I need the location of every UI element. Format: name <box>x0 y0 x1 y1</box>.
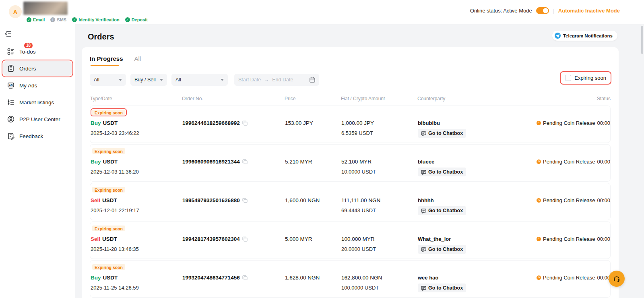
fiat-amount: 100.000 MYR <box>341 234 418 243</box>
online-status-toggle[interactable] <box>536 7 549 14</box>
sms-verification-label: SMS <box>57 17 66 22</box>
order-status: Pending Coin Release <box>543 275 595 281</box>
go-to-chatbox-button[interactable]: Go to Chatbox <box>418 129 466 138</box>
order-row[interactable]: Expiring soon Buy USDT 2025-12-03 11:36:… <box>90 144 611 182</box>
sidebar-item-label: My Ads <box>19 83 37 89</box>
scrollbar[interactable] <box>641 26 643 54</box>
automatic-inactive-mode-link[interactable]: Automatic Inactive Mode <box>558 8 620 14</box>
asset-filter-value: All <box>94 77 99 83</box>
sidebar-item-feedback[interactable]: Feedback <box>3 129 72 143</box>
tab-in-progress[interactable]: In Progress <box>90 55 123 66</box>
sidebar-item-label: Orders <box>19 66 36 72</box>
my-ads-icon: AD <box>7 82 14 89</box>
sidebar-item-my-ads[interactable]: AD My Ads <box>3 78 72 93</box>
column-header-order-no: Order No. <box>182 96 285 101</box>
sidebar-item-market-listings[interactable]: Market listings <box>3 95 72 110</box>
online-status-label: Online status: Active Mode <box>470 8 532 14</box>
sidebar-item-p2p-user-center[interactable]: P2P User Center <box>3 112 72 126</box>
telegram-notifications-button[interactable]: Telegram Notifications <box>552 31 617 41</box>
order-side: Buy <box>91 120 101 126</box>
telegram-icon <box>555 33 561 39</box>
copy-icon[interactable] <box>242 120 248 126</box>
column-header-amount: Fiat / Crypto Amount <box>341 96 417 101</box>
sidebar-item-orders[interactable]: Orders <box>3 61 72 76</box>
order-price: 5.000 MYR <box>285 234 341 243</box>
order-side: Sell <box>91 236 100 242</box>
order-number: 1996244618259668992 <box>182 120 240 126</box>
go-to-chatbox-label: Go to Chatbox <box>428 285 463 291</box>
order-number: 1996060906916921344 <box>182 159 240 165</box>
counterparty-name: hhhhh <box>418 196 510 205</box>
order-row[interactable]: Expiring soon Sell USDT 2025-12-01 22:19… <box>90 183 611 220</box>
counterparty-name: blueee <box>418 157 510 166</box>
order-row[interactable]: Expiring soon Buy USDT 2025-12-03 23:46:… <box>90 106 611 143</box>
copy-icon[interactable] <box>242 159 248 164</box>
counterparty-name: What_the_lor <box>418 234 510 243</box>
go-to-chatbox-button[interactable]: Go to Chatbox <box>418 168 466 176</box>
go-to-chatbox-button[interactable]: Go to Chatbox <box>418 284 466 292</box>
copy-icon[interactable] <box>242 236 248 242</box>
column-header-status: Status <box>510 96 611 101</box>
chat-bubble-icon <box>421 208 426 213</box>
email-verification-badge: ✓ Email <box>27 17 45 22</box>
annotation-box-row-tag: Expiring soon <box>91 224 127 232</box>
side-filter-dropdown[interactable]: Buy / Sell <box>130 74 167 86</box>
crypto-amount: 10.0000 USDT <box>341 167 418 176</box>
chevron-down-icon <box>221 79 224 81</box>
orders-icon <box>7 65 14 72</box>
sidebar-item-todos[interactable]: To-dos 18 <box>3 44 72 59</box>
orders-card: In Progress All All Buy / Sell All Start… <box>82 47 619 298</box>
order-asset: USDT <box>103 159 118 165</box>
annotation-box-row-tag: Expiring soon <box>91 108 127 116</box>
order-price: 1,600.00 NGN <box>285 196 341 205</box>
email-verification-label: Email <box>33 17 45 22</box>
date-range-picker[interactable]: Start Date → End Date <box>234 74 319 86</box>
fiat-amount: 162,800.00 NGN <box>341 273 418 282</box>
go-to-chatbox-label: Go to Chatbox <box>428 130 463 136</box>
order-status: Pending Coin Release <box>543 159 595 165</box>
sidebar-collapse-icon[interactable] <box>5 31 12 37</box>
order-timer: 00:00 <box>597 197 610 203</box>
expiring-soon-tag: Expiring soon <box>92 226 125 231</box>
asset-filter-dropdown[interactable]: All <box>90 74 126 86</box>
page-title: Orders <box>88 32 114 41</box>
annotation-box-row-tag: Expiring soon <box>91 263 127 271</box>
deposit-verification-badge: ✓ Deposit <box>125 17 148 22</box>
order-price: 1,628.00 NGN <box>285 273 341 282</box>
chat-bubble-icon <box>421 131 426 136</box>
customer-support-button[interactable] <box>609 271 625 287</box>
order-number: 1993204748634771456 <box>182 275 240 281</box>
sidebar-item-label: Market listings <box>19 99 54 106</box>
order-row[interactable]: Expiring soon Buy USDT 2025-11-25 14:26:… <box>90 260 611 298</box>
order-price: 153.00 JPY <box>285 118 341 127</box>
order-datetime: 2025-12-01 22:19:17 <box>91 206 182 215</box>
expiring-soon-tag: Expiring soon <box>92 187 125 192</box>
fiat-amount: 1,000.00 JPY <box>341 118 418 127</box>
clock-icon <box>537 159 541 164</box>
order-datetime: 2025-11-25 14:26:59 <box>91 283 182 292</box>
feedback-icon <box>7 132 14 140</box>
todos-count-badge: 18 <box>24 43 33 48</box>
tab-all[interactable]: All <box>134 55 141 66</box>
order-asset: USDT <box>102 197 117 203</box>
clock-icon <box>537 275 541 280</box>
table-header: Type/Date Order No. Price Fiat / Crypto … <box>90 96 611 106</box>
end-date-placeholder: End Date <box>272 77 293 83</box>
order-row[interactable]: Expiring soon Sell USDT 2025-11-28 13:46… <box>90 221 611 259</box>
expiring-soon-checkbox[interactable] <box>565 75 571 81</box>
counterparty-name: wee hao <box>418 273 510 282</box>
expiring-soon-tag: Expiring soon <box>92 110 125 115</box>
headset-icon <box>613 275 620 282</box>
go-to-chatbox-label: Go to Chatbox <box>428 208 463 213</box>
copy-icon[interactable] <box>242 198 248 203</box>
go-to-chatbox-button[interactable]: Go to Chatbox <box>418 206 466 215</box>
order-asset: USDT <box>103 275 118 281</box>
telegram-notifications-label: Telegram Notifications <box>563 33 613 38</box>
go-to-chatbox-button[interactable]: Go to Chatbox <box>418 245 466 254</box>
avatar[interactable]: A <box>9 5 22 18</box>
go-to-chatbox-label: Go to Chatbox <box>428 246 463 252</box>
status-filter-dropdown[interactable]: All <box>171 74 228 86</box>
sms-verification-badge: ! SMS <box>50 17 66 22</box>
copy-icon[interactable] <box>242 275 248 280</box>
order-side: Buy <box>91 275 101 281</box>
